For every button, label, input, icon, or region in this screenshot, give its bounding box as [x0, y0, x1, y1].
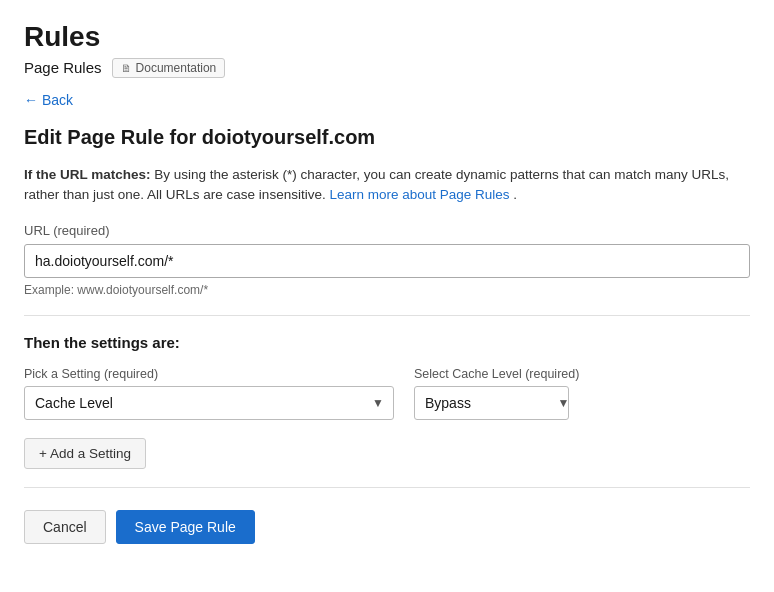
pick-setting-wrapper: Cache Level Always Use HTTPS Browser Cac…: [24, 386, 394, 420]
url-input[interactable]: [24, 244, 750, 278]
url-label: URL (required): [24, 223, 750, 238]
pick-setting-group: Pick a Setting (required) Cache Level Al…: [24, 367, 394, 420]
edit-title: Edit Page Rule for doiotyourself.com: [24, 126, 750, 149]
add-setting-button[interactable]: + Add a Setting: [24, 438, 146, 469]
info-text-bold: If the URL matches:: [24, 167, 151, 182]
divider-1: [24, 315, 750, 316]
divider-2: [24, 487, 750, 488]
page-title: Rules: [24, 20, 750, 54]
save-button[interactable]: Save Page Rule: [116, 510, 255, 544]
info-text-period: .: [513, 187, 517, 202]
doc-icon: 🗎: [121, 62, 132, 74]
cache-level-select[interactable]: Bypass No Query String Standard Cache Ev…: [414, 386, 569, 420]
back-label: Back: [42, 92, 73, 108]
url-example: Example: www.doiotyourself.com/*: [24, 283, 750, 297]
cache-level-wrapper: Bypass No Query String Standard Cache Ev…: [414, 386, 579, 420]
add-setting-label: + Add a Setting: [39, 446, 131, 461]
pick-setting-label: Pick a Setting (required): [24, 367, 394, 381]
cancel-button[interactable]: Cancel: [24, 510, 106, 544]
cache-level-label: Select Cache Level (required): [414, 367, 579, 381]
page-rules-label: Page Rules: [24, 59, 102, 76]
settings-row: Pick a Setting (required) Cache Level Al…: [24, 367, 750, 420]
then-title: Then the settings are:: [24, 334, 750, 351]
learn-more-link[interactable]: Learn more about Page Rules: [329, 187, 509, 202]
cancel-label: Cancel: [43, 519, 87, 535]
pick-setting-select[interactable]: Cache Level Always Use HTTPS Browser Cac…: [24, 386, 394, 420]
back-arrow-icon: ←: [24, 92, 38, 108]
documentation-label: Documentation: [136, 61, 217, 75]
url-section: URL (required) Example: www.doiotyoursel…: [24, 223, 750, 297]
cache-level-group: Select Cache Level (required) Bypass No …: [414, 367, 579, 420]
documentation-badge[interactable]: 🗎 Documentation: [112, 58, 226, 78]
back-link[interactable]: ← Back: [24, 92, 73, 108]
save-label: Save Page Rule: [135, 519, 236, 535]
page-container: Rules Page Rules 🗎 Documentation ← Back …: [24, 20, 750, 544]
footer-row: Cancel Save Page Rule: [24, 510, 750, 544]
info-paragraph: If the URL matches: By using the asteris…: [24, 165, 750, 206]
